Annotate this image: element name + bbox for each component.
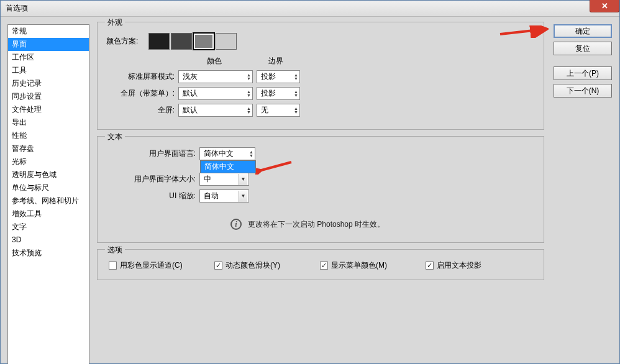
select-ui-language[interactable]: 简体中文 ▲▼ 简体中文 — [199, 147, 255, 160]
color-scheme-label: 颜色方案: — [106, 36, 146, 47]
sidebar-item-filehandling[interactable]: 文件处理 — [8, 103, 89, 116]
close-button[interactable]: ✕ — [590, 0, 619, 12]
checkbox-icon: ✓ — [214, 262, 222, 270]
sidebar-item-plugins[interactable]: 增效工具 — [8, 207, 89, 221]
sidebar-item-cursors[interactable]: 光标 — [8, 155, 89, 168]
label-ui-fontsize: 用户界面字体大小: — [127, 174, 196, 184]
sidebar-item-workspace[interactable]: 工作区 — [8, 51, 89, 64]
sidebar-item-performance[interactable]: 性能 — [8, 129, 89, 142]
select-standard-color[interactable]: 浅灰 ▲▼ — [178, 70, 253, 83]
info-icon: i — [230, 219, 242, 230]
checkbox-icon: ✓ — [320, 262, 328, 270]
column-border: 边界 — [254, 56, 298, 66]
next-button[interactable]: 下一个(N) — [554, 84, 612, 98]
stepper-icon: ▲▼ — [247, 90, 251, 98]
sidebar-item-type[interactable]: 文字 — [8, 221, 89, 234]
stepper-icon: ▲▼ — [294, 90, 298, 98]
options-legend: 选项 — [105, 245, 125, 255]
sidebar-item-sync[interactable]: 同步设置 — [8, 90, 89, 103]
sidebar-item-general[interactable]: 常规 — [8, 25, 89, 38]
close-icon: ✕ — [601, 2, 608, 10]
stepper-icon: ▲▼ — [294, 107, 298, 114]
label-fullscreen-menu: 全屏（带菜单）: — [106, 88, 175, 99]
sidebar-item-tools[interactable]: 工具 — [8, 64, 89, 77]
select-ui-fontsize[interactable]: 中 ▼ — [199, 173, 249, 186]
stepper-icon: ▲▼ — [294, 73, 298, 81]
options-group: 选项 用彩色显示通道(C) ✓ 动态颜色滑块(Y) ✓ 显示 — [97, 249, 544, 280]
chevron-down-icon: ▼ — [239, 174, 247, 185]
label-fullscreen: 全屏: — [106, 105, 175, 116]
ui-language-dropdown: 简体中文 — [200, 160, 256, 173]
sidebar-item-export[interactable]: 导出 — [8, 116, 89, 129]
select-fullscreenmenu-color[interactable]: 默认 ▲▼ — [178, 87, 253, 100]
select-fullscreen-color[interactable]: 默认 ▲▼ — [178, 104, 253, 117]
sidebar-item-transparency[interactable]: 透明度与色域 — [8, 168, 89, 181]
preferences-window: 首选项 ✕ 常规 界面 工作区 工具 历史记录 同步设置 文件处理 导出 性能 … — [0, 0, 620, 364]
label-standard-screen: 标准屏幕模式: — [106, 71, 175, 82]
select-ui-scale[interactable]: 自动 ▼ — [199, 189, 249, 202]
label-ui-scale: UI 缩放: — [127, 191, 196, 201]
ok-button[interactable]: 确定 — [554, 24, 612, 38]
checkbox-color-channels[interactable]: 用彩色显示通道(C) — [109, 260, 196, 271]
checkbox-icon — [109, 262, 117, 270]
sidebar-item-guides[interactable]: 参考线、网格和切片 — [8, 194, 89, 207]
checkbox-menu-colors[interactable]: ✓ 显示菜单颜色(M) — [320, 260, 407, 271]
swatch-medium-light[interactable] — [193, 33, 214, 50]
titlebar: 首选项 ✕ — [1, 1, 619, 17]
checkbox-dynamic-sliders[interactable]: ✓ 动态颜色滑块(Y) — [214, 260, 301, 271]
sidebar-item-3d[interactable]: 3D — [8, 234, 89, 247]
sidebar-item-scratch[interactable]: 暂存盘 — [8, 142, 89, 155]
chevron-down-icon: ▼ — [239, 191, 247, 202]
checkbox-icon: ✓ — [426, 262, 434, 270]
window-body: 常规 界面 工作区 工具 历史记录 同步设置 文件处理 导出 性能 暂存盘 光标… — [1, 17, 619, 363]
stepper-icon: ▲▼ — [247, 107, 251, 114]
select-fullscreenmenu-border[interactable]: 投影 ▲▼ — [257, 87, 300, 100]
color-scheme-swatches — [148, 33, 237, 50]
prev-button[interactable]: 上一个(P) — [554, 66, 612, 80]
category-sidebar: 常规 界面 工作区 工具 历史记录 同步设置 文件处理 导出 性能 暂存盘 光标… — [7, 24, 89, 364]
appearance-legend: 外观 — [105, 17, 125, 28]
sidebar-item-units[interactable]: 单位与标尺 — [8, 181, 89, 194]
appearance-column-headers: 颜色 边界 — [177, 56, 535, 66]
sidebar-item-history[interactable]: 历史记录 — [8, 77, 89, 90]
label-ui-language: 用户界面语言: — [127, 148, 196, 159]
select-fullscreen-border[interactable]: 无 ▲▼ — [257, 104, 300, 117]
checkbox-text-shadow[interactable]: ✓ 启用文本投影 — [426, 260, 513, 271]
text-legend: 文本 — [105, 132, 125, 142]
sidebar-item-techpreview[interactable]: 技术预览 — [8, 247, 89, 260]
content-area: 外观 颜色方案: 颜色 边界 — [97, 22, 544, 286]
dialog-buttons: 确定 复位 上一个(P) 下一个(N) — [554, 24, 612, 98]
swatch-light[interactable] — [216, 33, 237, 50]
stepper-icon: ▲▼ — [247, 73, 251, 81]
swatch-medium-dark[interactable] — [171, 33, 192, 50]
sidebar-item-interface[interactable]: 界面 — [8, 38, 89, 51]
column-color: 颜色 — [177, 56, 252, 66]
ui-language-option[interactable]: 简体中文 — [201, 161, 255, 173]
window-title: 首选项 — [6, 3, 28, 14]
stepper-icon: ▲▼ — [249, 150, 253, 158]
reset-button[interactable]: 复位 — [554, 42, 612, 55]
select-standard-border[interactable]: 投影 ▲▼ — [257, 70, 300, 83]
swatch-dark[interactable] — [148, 33, 170, 50]
text-group: 文本 用户界面语言: 简体中文 ▲▼ 简体中文 用户界面字体大小: — [97, 136, 544, 243]
restart-info-text: 更改将在下一次启动 Photoshop 时生效。 — [248, 219, 385, 230]
appearance-group: 外观 颜色方案: 颜色 边界 — [97, 22, 544, 130]
